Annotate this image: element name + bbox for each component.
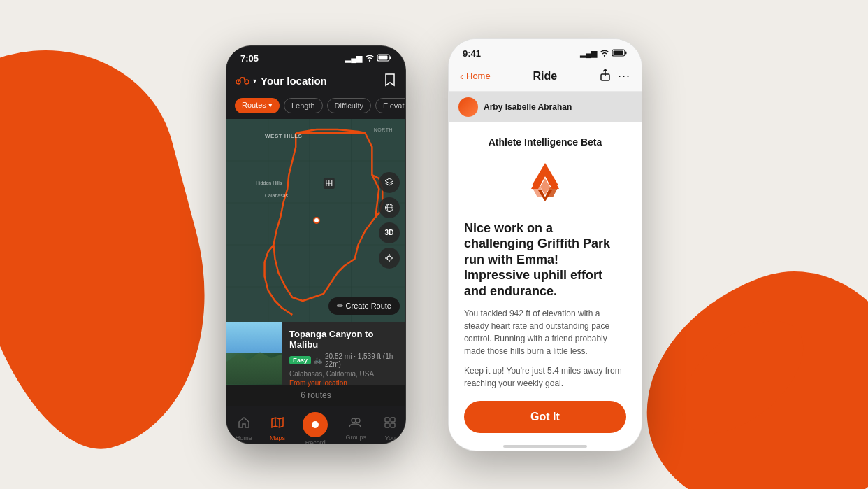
route-card[interactable]: Topanga Canyon to Malibu Easy 🚲 20.52 mi… [226, 322, 405, 385]
got-it-button[interactable]: Got It [464, 401, 626, 433]
back-label: Home [466, 71, 491, 81]
map-text-north: NORTH [374, 127, 393, 132]
bottom-nav-left: Home Maps Record [226, 406, 405, 444]
nav-actions-right: ··· [600, 69, 630, 84]
nav-item-groups[interactable]: Groups [346, 417, 367, 441]
nav-item-you[interactable]: You [384, 416, 396, 441]
svg-rect-33 [385, 423, 389, 427]
nav-item-maps[interactable]: Maps [270, 416, 285, 441]
svg-rect-32 [391, 418, 395, 422]
routes-count: 6 routes [226, 385, 405, 406]
nav-label-groups: Groups [346, 434, 367, 441]
bike-icon [236, 75, 249, 87]
location-button[interactable] [379, 248, 400, 269]
wifi-icon-left [365, 54, 375, 63]
svg-rect-34 [391, 423, 395, 427]
pencil-icon: ✏ [337, 302, 343, 311]
nav-label-you: You [385, 434, 396, 441]
route-thumbnail [226, 322, 282, 385]
nav-label-home: Home [236, 434, 252, 441]
nav-item-record[interactable]: Record [303, 412, 328, 444]
record-icon [303, 412, 328, 437]
status-icons-right: ▂▄▆ [580, 49, 628, 58]
map-text-hidden-hills: Hidden Hills [256, 180, 282, 185]
weekly-goal: Keep it up! You're just 5.4 miles away f… [464, 364, 626, 390]
wifi-icon-right [600, 49, 609, 58]
maps-icon [271, 416, 284, 432]
difficulty-badge: Easy [289, 356, 311, 364]
bookmark-icon[interactable] [384, 73, 396, 90]
battery-icon-right [612, 49, 628, 58]
bike-meta-icon: 🚲 [314, 356, 322, 364]
signal-icon-right: ▂▄▆ [580, 49, 597, 58]
strava-logo [521, 159, 570, 208]
home-icon [238, 416, 250, 432]
phone-right: 9:41 ▂▄▆ ‹ [448, 38, 642, 451]
user-strip: Arby Isabelle Abrahan [449, 92, 642, 122]
svg-point-23 [387, 256, 391, 260]
svg-rect-31 [385, 418, 389, 422]
globe-button[interactable] [379, 197, 400, 218]
phone-left: 7:05 ▂▄▆ [226, 45, 406, 444]
insight-body: You tackled 942 ft of elevation with a s… [464, 307, 626, 357]
svg-point-29 [352, 418, 356, 423]
from-location: From your location [289, 379, 398, 387]
svg-rect-37 [614, 51, 623, 55]
svg-point-30 [356, 418, 360, 423]
svg-point-28 [312, 421, 319, 428]
svg-rect-36 [625, 52, 627, 55]
map-text-calabasas: Calabasas [265, 193, 288, 198]
route-stats: 20.52 mi · 1,539 ft (1h 22m) [325, 353, 398, 368]
filter-routes[interactable]: Routes ▾ [235, 98, 280, 113]
battery-icon-left [377, 54, 391, 63]
filters-bar: Routes ▾ Length Difficulty Elevation [226, 95, 405, 119]
share-icon[interactable] [600, 69, 611, 84]
groups-icon [349, 417, 363, 432]
header-title-left: Your location [261, 75, 327, 87]
home-indicator-right [503, 445, 587, 448]
map-text-west-hills: WEST HILLS [265, 133, 302, 139]
chevron-left-icon: ‹ [460, 70, 463, 82]
filter-length[interactable]: Length [284, 98, 323, 113]
modal-content: Athlete Intelligence Beta Nice work on a… [449, 122, 642, 439]
phones-container: 7:05 ▂▄▆ [0, 0, 868, 489]
route-location: Calabasas, California, USA [289, 370, 398, 378]
route-info: Topanga Canyon to Malibu Easy 🚲 20.52 mi… [282, 322, 405, 385]
layers-button[interactable] [379, 172, 400, 193]
time-left: 7:05 [240, 53, 259, 64]
more-icon[interactable]: ··· [618, 69, 630, 84]
page-title-right: Ride [533, 70, 558, 83]
status-icons-left: ▂▄▆ [345, 54, 391, 63]
nav-label-record: Record [305, 439, 326, 444]
signal-icon-left: ▂▄▆ [345, 54, 362, 63]
map-area[interactable]: WEST HILLS Hidden Hills Calabasas NORTH [226, 119, 405, 322]
you-icon [384, 416, 396, 432]
filter-difficulty[interactable]: Difficulty [327, 98, 371, 113]
svg-rect-1 [390, 57, 391, 59]
user-avatar [458, 97, 478, 117]
nav-label-maps: Maps [270, 434, 285, 441]
modal-title: Athlete Intelligence Beta [489, 136, 602, 148]
svg-rect-2 [379, 56, 388, 60]
insight-heading: Nice work on a challenging Griffith Park… [464, 220, 626, 299]
create-route-button[interactable]: ✏ Create Route [328, 297, 400, 315]
filter-elevation[interactable]: Elevation [375, 98, 405, 113]
header-left: ▾ Your location [226, 69, 405, 95]
nav-header-right: ‹ Home Ride ··· [449, 64, 642, 92]
nav-item-home[interactable]: Home [236, 416, 252, 441]
svg-point-14 [314, 218, 319, 222]
3d-button[interactable]: 3D [379, 222, 400, 243]
map-controls: 3D [379, 172, 400, 269]
status-bar-left: 7:05 ▂▄▆ [226, 46, 405, 69]
back-button[interactable]: ‹ Home [460, 70, 491, 82]
status-bar-right: 9:41 ▂▄▆ [449, 39, 642, 64]
user-name: Arby Isabelle Abrahan [484, 102, 572, 112]
time-right: 9:41 [463, 48, 481, 59]
route-meta: Easy 🚲 20.52 mi · 1,539 ft (1h 22m) [289, 353, 398, 368]
header-left-section[interactable]: ▾ Your location [236, 75, 327, 87]
chevron-down-icon: ▾ [253, 77, 256, 85]
route-name: Topanga Canyon to Malibu [289, 329, 398, 350]
